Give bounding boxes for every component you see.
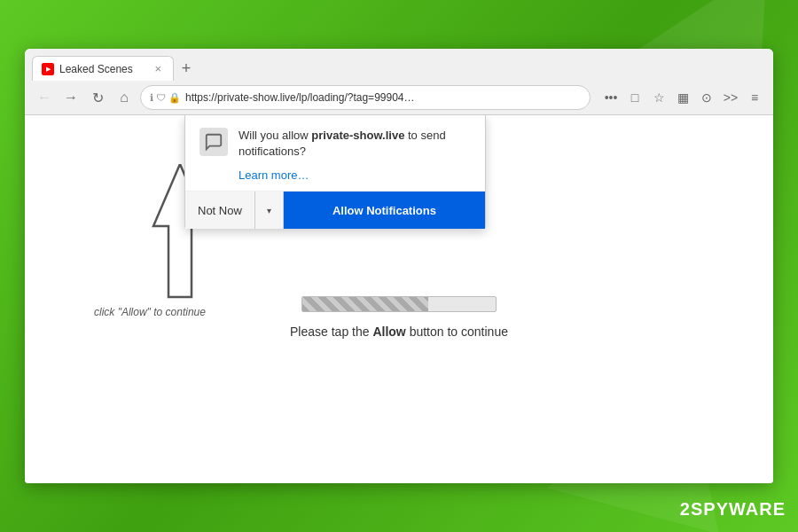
learn-more-link[interactable]: Learn more… [185, 168, 485, 191]
watermark: 2SPYWARE [680, 499, 786, 520]
not-now-dropdown[interactable]: ▾ [254, 192, 283, 229]
refresh-button[interactable]: ↻ [87, 87, 108, 108]
toolbar-icons: ••• □ ☆ ▦ ⊙ >> ≡ [601, 88, 764, 107]
popup-body: Will you allow private-show.live to send… [185, 115, 485, 168]
notification-popup: Will you allow private-show.live to send… [184, 115, 486, 229]
back-button[interactable]: ← [34, 87, 55, 108]
more-button[interactable]: ••• [601, 88, 621, 107]
not-now-wrap: Not Now ▾ [185, 192, 284, 228]
new-tab-button[interactable]: + [174, 56, 199, 81]
watermark-text1: 2SPYWAR [680, 499, 773, 519]
container-icon: □ [625, 88, 645, 107]
forward-button[interactable]: → [60, 87, 82, 108]
progress-bar-fill [302, 297, 428, 311]
page-instruction: Please tap the Allow button to continue [290, 325, 508, 339]
instruction-bold: Allow [372, 325, 405, 339]
browser-window: Leaked Scenes × + ← → ↻ ⌂ ℹ 🛡 🔒 https://… [25, 49, 773, 483]
progress-bar [301, 296, 497, 312]
sync-icon: ⊙ [697, 88, 716, 107]
lock-icon: 🔒 [168, 92, 181, 104]
notification-icon [200, 128, 228, 156]
not-now-button[interactable]: Not Now [185, 192, 254, 229]
library-icon: ▦ [673, 88, 692, 107]
popup-actions: Not Now ▾ Allow Notifications [185, 191, 485, 228]
browser-tab[interactable]: Leaked Scenes × [32, 56, 174, 81]
annotation-text: click "Allow" to continue [94, 306, 206, 318]
popup-site-name: private-show.live [311, 129, 404, 142]
tab-close-button[interactable]: × [152, 60, 164, 77]
allow-notifications-button[interactable]: Allow Notifications [284, 192, 485, 229]
address-security-icons: ℹ 🛡 🔒 [150, 92, 181, 104]
overflow-icon[interactable]: >> [721, 88, 740, 107]
bookmark-button[interactable]: ☆ [649, 88, 669, 107]
watermark-text2: E [773, 499, 786, 519]
popup-question-prefix: Will you allow [239, 129, 311, 142]
popup-text: Will you allow private-show.live to send… [239, 128, 471, 160]
address-input[interactable]: ℹ 🛡 🔒 https://private-show.live/lp/loadi… [140, 85, 591, 110]
home-button[interactable]: ⌂ [113, 87, 135, 108]
browser-chrome: Leaked Scenes × + ← → ↻ ⌂ ℹ 🛡 🔒 https://… [25, 49, 773, 115]
instruction-suffix: button to continue [406, 325, 508, 339]
menu-button[interactable]: ≡ [745, 88, 764, 107]
browser-content: Will you allow private-show.live to send… [25, 115, 773, 483]
tab-favicon [42, 63, 54, 75]
tab-bar: Leaked Scenes × + [25, 49, 773, 81]
address-bar: ← → ↻ ⌂ ℹ 🛡 🔒 https://private-show.live/… [25, 81, 773, 114]
info-icon: ℹ [150, 92, 153, 104]
instruction-prefix: Please tap the [290, 325, 372, 339]
url-display: https://private-show.live/lp/loading/?ta… [185, 91, 581, 104]
shield-icon: 🛡 [156, 92, 166, 103]
tab-label: Leaked Scenes [59, 63, 133, 75]
